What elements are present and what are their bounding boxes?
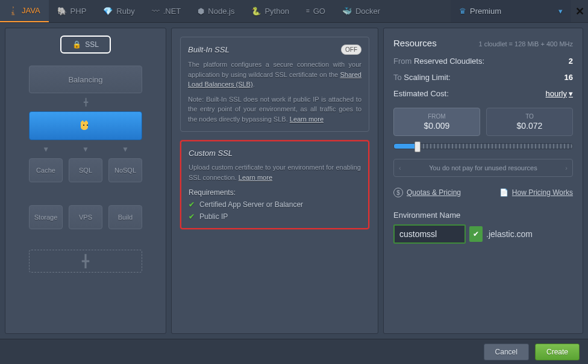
python-icon: 🐍 (251, 7, 261, 16)
add-node-button[interactable]: ╋ (29, 250, 142, 273)
chevron-down-icon: ▾ (558, 7, 563, 16)
app-server-node[interactable] (29, 111, 142, 140)
price-from-box: FROM $0.009 (393, 108, 480, 136)
document-icon: 📄 (499, 188, 508, 197)
topology-column: 🔒 SSL Balancing ╋ ▼▼▼ Cache SQL NoSQL St… (5, 28, 166, 334)
requirement-appserver: ✔ Certified App Server or Balancer (189, 200, 361, 209)
tab-php[interactable]: 🐘PHP (49, 0, 95, 22)
custom-ssl-title: Custom SSL (189, 149, 361, 158)
custom-learn-more-link[interactable]: Learn more (239, 174, 272, 181)
chevron-down-icon: ▾ (569, 89, 573, 98)
check-icon: ✔ (189, 200, 195, 209)
sql-node[interactable]: SQL (69, 158, 102, 182)
php-icon: 🐘 (57, 7, 67, 16)
builtin-ssl-toggle[interactable]: OFF (341, 45, 361, 55)
ssl-settings-column: Built-In SSL OFF The platform configures… (171, 28, 378, 334)
tab-docker[interactable]: 🐳Docker (334, 0, 389, 22)
tab-ruby[interactable]: 💎Ruby (95, 0, 143, 22)
cloudlet-unit: 1 cloudlet = 128 MiB + 400 MHz (478, 40, 573, 48)
slider-thumb[interactable] (414, 141, 421, 152)
tab-java[interactable]: JAVA (0, 0, 49, 22)
dialog-footer: Cancel Create (0, 339, 588, 364)
nodejs-icon: ⬢ (198, 7, 204, 16)
env-name-label: Environment Name (393, 211, 573, 220)
reserved-cloudlets-row: From Reserved Cloudlets: 2 (393, 57, 573, 66)
custom-ssl-panel: Custom SSL Upload custom certificate to … (180, 140, 369, 229)
tab-python[interactable]: 🐍Python (243, 0, 297, 22)
builtin-ssl-text: The platform configures a secure connect… (188, 60, 361, 90)
howpricing-link[interactable]: How Pricing Works (512, 188, 573, 197)
cost-period-dropdown[interactable]: hourly▾ (546, 89, 573, 98)
storage-node[interactable]: Storage (29, 205, 63, 229)
build-node[interactable]: Build (108, 205, 142, 229)
balancing-node[interactable]: Balancing (29, 66, 142, 93)
tomcat-icon (77, 120, 94, 132)
requirement-publicip: ✔ Public IP (189, 212, 361, 221)
arrow-down-icon: ╋ (84, 98, 88, 106)
price-to-box: TO $0.072 (486, 108, 573, 136)
cache-node[interactable]: Cache (29, 158, 63, 182)
crown-icon: ♛ (459, 7, 466, 16)
check-icon: ✔ (189, 212, 195, 221)
note-prev[interactable]: ‹ (399, 164, 401, 171)
custom-ssl-text: Upload custom certificate to your enviro… (189, 162, 361, 182)
tab-dotnet[interactable]: 〰.NET (143, 0, 190, 22)
builtin-ssl-note: Note: Built-In SSL does not work if publ… (188, 94, 361, 125)
vps-node[interactable]: VPS (69, 205, 102, 229)
requirements-heading: Requirements: (189, 188, 361, 197)
builtin-ssl-panel: Built-In SSL OFF The platform configures… (180, 37, 369, 132)
tab-go[interactable]: =GO (298, 0, 334, 22)
env-validate-icon: ✔ (469, 226, 483, 242)
docker-icon: 🐳 (342, 7, 352, 16)
java-icon (8, 6, 18, 16)
env-domain: .jelastic.com (486, 229, 533, 239)
dollar-icon: $ (393, 188, 403, 197)
env-name-input[interactable] (393, 224, 466, 244)
builtin-learn-more-link[interactable]: Learn more (290, 116, 324, 123)
cancel-button[interactable]: Cancel (484, 344, 529, 360)
pricing-note: ‹ You do not pay for unused resources › (393, 159, 573, 177)
quotas-link[interactable]: Quotas & Pricing (407, 188, 461, 197)
arrows-row: ▼▼▼ (42, 145, 129, 153)
lock-icon: 🔒 (72, 40, 81, 49)
resources-column: Resources 1 cloudlet = 128 MiB + 400 MHz… (383, 28, 583, 334)
dotnet-icon: 〰 (152, 7, 160, 16)
tab-nodejs[interactable]: ⬢Node.js (189, 0, 243, 22)
go-icon: = (306, 8, 310, 14)
premium-dropdown[interactable]: ♛ Premium ▾ (451, 0, 571, 22)
close-button[interactable]: ✕ (571, 5, 588, 18)
language-tabs: JAVA 🐘PHP 💎Ruby 〰.NET ⬢Node.js 🐍Python =… (0, 0, 588, 23)
resources-title: Resources (393, 38, 437, 48)
price-slider[interactable] (393, 143, 573, 149)
nosql-node[interactable]: NoSQL (108, 158, 142, 182)
create-button[interactable]: Create (535, 344, 580, 360)
ruby-icon: 💎 (103, 7, 113, 16)
scaling-limit-row: To Scaling Limit: 16 (393, 73, 573, 82)
estimated-cost-row: Estimated Cost: hourly▾ (393, 89, 573, 98)
builtin-ssl-title: Built-In SSL (188, 45, 230, 54)
ssl-toggle-tab[interactable]: 🔒 SSL (60, 35, 111, 54)
note-next[interactable]: › (565, 164, 568, 171)
